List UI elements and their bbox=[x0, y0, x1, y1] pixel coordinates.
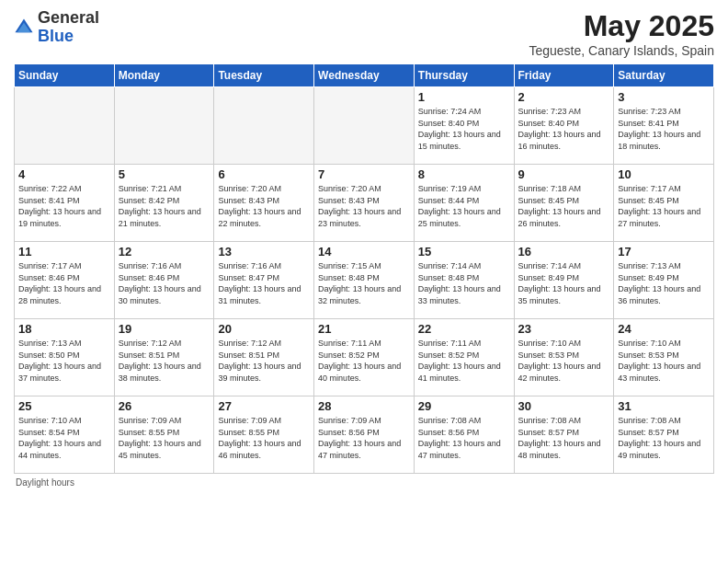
day-info: Sunrise: 7:08 AM Sunset: 8:57 PM Dayligh… bbox=[518, 415, 610, 461]
col-header-sunday: Sunday bbox=[15, 64, 115, 87]
day-info: Sunrise: 7:13 AM Sunset: 8:49 PM Dayligh… bbox=[618, 260, 710, 306]
day-cell: 19 Sunrise: 7:12 AM Sunset: 8:51 PM Dayl… bbox=[114, 319, 214, 396]
day-info: Sunrise: 7:23 AM Sunset: 8:41 PM Dayligh… bbox=[618, 106, 710, 152]
day-number: 19 bbox=[119, 322, 210, 336]
day-number: 12 bbox=[119, 245, 210, 259]
day-info: Sunrise: 7:11 AM Sunset: 8:52 PM Dayligh… bbox=[318, 338, 410, 384]
day-info: Sunrise: 7:24 AM Sunset: 8:40 PM Dayligh… bbox=[418, 106, 510, 152]
day-cell: 31 Sunrise: 7:08 AM Sunset: 8:57 PM Dayl… bbox=[614, 396, 714, 474]
day-cell: 14 Sunrise: 7:15 AM Sunset: 8:48 PM Dayl… bbox=[314, 242, 415, 319]
day-info: Sunrise: 7:23 AM Sunset: 8:40 PM Dayligh… bbox=[518, 106, 610, 152]
day-cell: 9 Sunrise: 7:18 AM Sunset: 8:45 PM Dayli… bbox=[514, 165, 614, 242]
day-number: 22 bbox=[418, 322, 510, 336]
day-number: 6 bbox=[218, 167, 310, 181]
logo-text: General Blue bbox=[38, 9, 99, 46]
day-info: Sunrise: 7:14 AM Sunset: 8:49 PM Dayligh… bbox=[518, 260, 610, 306]
col-header-saturday: Saturday bbox=[614, 64, 714, 87]
day-cell: 29 Sunrise: 7:08 AM Sunset: 8:56 PM Dayl… bbox=[414, 396, 514, 474]
day-number: 3 bbox=[618, 90, 710, 104]
day-cell bbox=[314, 87, 415, 165]
day-number: 23 bbox=[518, 322, 610, 336]
day-number: 25 bbox=[18, 399, 110, 413]
col-header-friday: Friday bbox=[514, 64, 614, 87]
day-cell: 3 Sunrise: 7:23 AM Sunset: 8:41 PM Dayli… bbox=[614, 87, 714, 165]
day-number: 24 bbox=[618, 322, 710, 336]
day-info: Sunrise: 7:19 AM Sunset: 8:44 PM Dayligh… bbox=[418, 183, 510, 229]
day-number: 28 bbox=[318, 399, 410, 413]
day-cell: 25 Sunrise: 7:10 AM Sunset: 8:54 PM Dayl… bbox=[15, 396, 115, 474]
day-number: 20 bbox=[218, 322, 310, 336]
week-row-5: 25 Sunrise: 7:10 AM Sunset: 8:54 PM Dayl… bbox=[15, 396, 714, 474]
day-number: 30 bbox=[518, 399, 610, 413]
col-header-tuesday: Tuesday bbox=[214, 64, 314, 87]
day-info: Sunrise: 7:08 AM Sunset: 8:56 PM Dayligh… bbox=[418, 415, 510, 461]
day-info: Sunrise: 7:22 AM Sunset: 8:41 PM Dayligh… bbox=[18, 183, 110, 229]
day-info: Sunrise: 7:10 AM Sunset: 8:53 PM Dayligh… bbox=[618, 338, 710, 384]
day-info: Sunrise: 7:17 AM Sunset: 8:46 PM Dayligh… bbox=[18, 260, 110, 306]
footer-label: Daylight hours bbox=[16, 477, 74, 488]
day-info: Sunrise: 7:10 AM Sunset: 8:53 PM Dayligh… bbox=[518, 338, 610, 384]
day-number: 16 bbox=[518, 245, 610, 259]
day-number: 5 bbox=[119, 167, 210, 181]
day-number: 18 bbox=[18, 322, 110, 336]
day-cell: 21 Sunrise: 7:11 AM Sunset: 8:52 PM Dayl… bbox=[314, 319, 415, 396]
day-cell: 18 Sunrise: 7:13 AM Sunset: 8:50 PM Dayl… bbox=[15, 319, 115, 396]
day-cell: 7 Sunrise: 7:20 AM Sunset: 8:43 PM Dayli… bbox=[314, 165, 415, 242]
day-info: Sunrise: 7:16 AM Sunset: 8:46 PM Dayligh… bbox=[119, 260, 210, 306]
week-row-2: 4 Sunrise: 7:22 AM Sunset: 8:41 PM Dayli… bbox=[15, 165, 714, 242]
day-cell bbox=[15, 87, 115, 165]
col-header-monday: Monday bbox=[114, 64, 214, 87]
calendar-header-row: SundayMondayTuesdayWednesdayThursdayFrid… bbox=[15, 64, 714, 87]
day-info: Sunrise: 7:20 AM Sunset: 8:43 PM Dayligh… bbox=[218, 183, 310, 229]
day-cell: 23 Sunrise: 7:10 AM Sunset: 8:53 PM Dayl… bbox=[514, 319, 614, 396]
day-number: 14 bbox=[318, 245, 410, 259]
day-cell: 15 Sunrise: 7:14 AM Sunset: 8:48 PM Dayl… bbox=[414, 242, 514, 319]
day-number: 9 bbox=[518, 167, 610, 181]
week-row-3: 11 Sunrise: 7:17 AM Sunset: 8:46 PM Dayl… bbox=[15, 242, 714, 319]
header: General Blue May 2025 Tegueste, Canary I… bbox=[14, 9, 714, 58]
day-info: Sunrise: 7:09 AM Sunset: 8:55 PM Dayligh… bbox=[218, 415, 310, 461]
day-info: Sunrise: 7:20 AM Sunset: 8:43 PM Dayligh… bbox=[318, 183, 410, 229]
day-cell: 12 Sunrise: 7:16 AM Sunset: 8:46 PM Dayl… bbox=[114, 242, 214, 319]
week-row-4: 18 Sunrise: 7:13 AM Sunset: 8:50 PM Dayl… bbox=[15, 319, 714, 396]
day-cell: 13 Sunrise: 7:16 AM Sunset: 8:47 PM Dayl… bbox=[214, 242, 314, 319]
day-info: Sunrise: 7:15 AM Sunset: 8:48 PM Dayligh… bbox=[318, 260, 410, 306]
day-info: Sunrise: 7:12 AM Sunset: 8:51 PM Dayligh… bbox=[218, 338, 310, 384]
page: General Blue May 2025 Tegueste, Canary I… bbox=[0, 0, 728, 563]
subtitle: Tegueste, Canary Islands, Spain bbox=[529, 43, 714, 58]
day-info: Sunrise: 7:11 AM Sunset: 8:52 PM Dayligh… bbox=[418, 338, 510, 384]
logo-blue: Blue bbox=[38, 27, 74, 45]
day-info: Sunrise: 7:17 AM Sunset: 8:45 PM Dayligh… bbox=[618, 183, 710, 229]
day-cell: 27 Sunrise: 7:09 AM Sunset: 8:55 PM Dayl… bbox=[214, 396, 314, 474]
day-cell: 17 Sunrise: 7:13 AM Sunset: 8:49 PM Dayl… bbox=[614, 242, 714, 319]
day-cell: 22 Sunrise: 7:11 AM Sunset: 8:52 PM Dayl… bbox=[414, 319, 514, 396]
day-number: 1 bbox=[418, 90, 510, 104]
day-cell: 11 Sunrise: 7:17 AM Sunset: 8:46 PM Dayl… bbox=[15, 242, 115, 319]
day-number: 26 bbox=[119, 399, 210, 413]
day-number: 10 bbox=[618, 167, 710, 181]
day-number: 4 bbox=[18, 167, 110, 181]
day-info: Sunrise: 7:13 AM Sunset: 8:50 PM Dayligh… bbox=[18, 338, 110, 384]
day-cell: 16 Sunrise: 7:14 AM Sunset: 8:49 PM Dayl… bbox=[514, 242, 614, 319]
day-info: Sunrise: 7:21 AM Sunset: 8:42 PM Dayligh… bbox=[119, 183, 210, 229]
calendar: SundayMondayTuesdayWednesdayThursdayFrid… bbox=[14, 63, 714, 474]
day-cell: 28 Sunrise: 7:09 AM Sunset: 8:56 PM Dayl… bbox=[314, 396, 415, 474]
day-cell: 6 Sunrise: 7:20 AM Sunset: 8:43 PM Dayli… bbox=[214, 165, 314, 242]
day-number: 8 bbox=[418, 167, 510, 181]
logo-general: General bbox=[38, 8, 99, 27]
day-cell: 24 Sunrise: 7:10 AM Sunset: 8:53 PM Dayl… bbox=[614, 319, 714, 396]
day-info: Sunrise: 7:14 AM Sunset: 8:48 PM Dayligh… bbox=[418, 260, 510, 306]
footer: Daylight hours bbox=[14, 477, 714, 488]
day-cell: 10 Sunrise: 7:17 AM Sunset: 8:45 PM Dayl… bbox=[614, 165, 714, 242]
day-number: 2 bbox=[518, 90, 610, 104]
day-info: Sunrise: 7:10 AM Sunset: 8:54 PM Dayligh… bbox=[18, 415, 110, 461]
day-cell: 5 Sunrise: 7:21 AM Sunset: 8:42 PM Dayli… bbox=[114, 165, 214, 242]
title-block: May 2025 Tegueste, Canary Islands, Spain bbox=[529, 9, 714, 58]
day-cell bbox=[114, 87, 214, 165]
day-number: 27 bbox=[218, 399, 310, 413]
day-info: Sunrise: 7:16 AM Sunset: 8:47 PM Dayligh… bbox=[218, 260, 310, 306]
day-cell: 1 Sunrise: 7:24 AM Sunset: 8:40 PM Dayli… bbox=[414, 87, 514, 165]
day-cell bbox=[214, 87, 314, 165]
col-header-wednesday: Wednesday bbox=[314, 64, 415, 87]
day-number: 7 bbox=[318, 167, 410, 181]
